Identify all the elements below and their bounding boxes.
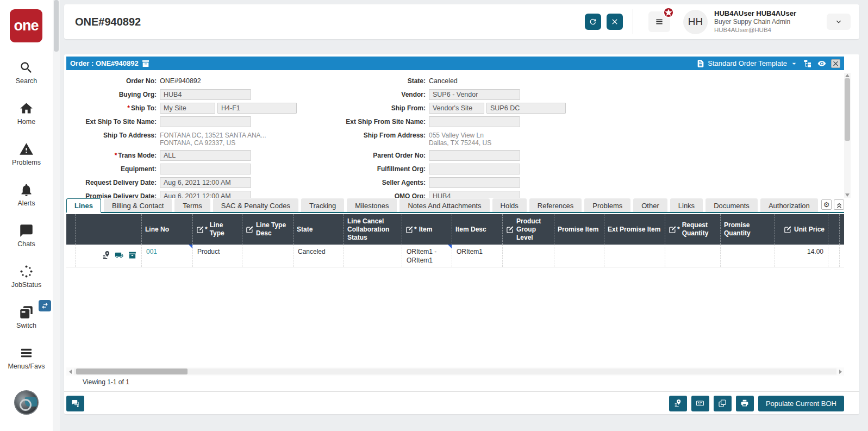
sidebar-item-alerts[interactable]: Alerts [0,174,53,215]
app-logo[interactable]: one [10,9,42,42]
refresh-button[interactable] [585,14,601,30]
switch-badge[interactable] [39,300,51,311]
field-input[interactable]: HUB4 [160,89,251,100]
field-input[interactable] [429,116,520,127]
field-input[interactable]: My Site [160,103,215,114]
tab-lines[interactable]: Lines [66,198,101,213]
copy-button[interactable] [714,396,732,411]
column-header-blank-1[interactable] [76,214,142,245]
tab-tracking[interactable]: Tracking [301,198,344,212]
column-label: State [297,226,313,234]
sidebar-item-home[interactable]: Home [0,93,53,134]
track-button[interactable] [669,396,687,411]
tab-links[interactable]: Links [670,198,703,212]
tab-notes-and-attachments[interactable]: Notes And Attachments [399,198,489,212]
hscroll-left-arrow[interactable] [66,367,74,376]
tab-other[interactable]: Other [633,198,667,212]
form-row-right-8: OMO Org:HUB4 [304,191,641,198]
note-flag [448,245,452,248]
column-header-line-type-desc[interactable]: Line Type Desc [242,214,294,245]
column-header-item-desc[interactable]: Item Desc [452,214,503,245]
card-icon [696,399,704,408]
field-input[interactable] [429,177,520,188]
user-menu-caret[interactable] [827,14,851,30]
sidebar-item-switch[interactable]: Switch [0,297,53,338]
field-input[interactable]: HUB4 [429,191,520,198]
column-header-line-cancel-collaboration-status[interactable]: Line Cancel Collaboration Status [344,214,402,245]
form-scrollbar-thumb[interactable] [845,78,850,141]
column-header-blank-15[interactable] [828,214,840,245]
form-scrollbar[interactable] [844,73,851,198]
field-input[interactable]: ALL [160,150,251,161]
card-view-button[interactable] [691,396,709,411]
tab-problems[interactable]: Problems [584,198,630,212]
field-input[interactable]: SUP6 DC [486,103,566,114]
line-no-link[interactable]: 001 [146,248,157,255]
hscroll-thumb[interactable] [76,368,188,374]
tab-references[interactable]: References [529,198,582,212]
close-page-button[interactable] [607,14,623,30]
field-input[interactable]: H4-F1 [217,103,297,114]
chat-button[interactable] [66,396,84,411]
sidebar-item-jobstatus[interactable]: JobStatus [0,256,53,297]
field-input[interactable]: Vendor's Site [429,103,484,114]
column-header-item[interactable]: *Item [402,214,452,245]
hscroll-right-arrow[interactable] [836,367,844,376]
column-header-unit-price[interactable]: Unit Price [775,214,828,245]
hscroll-track[interactable] [74,368,836,374]
collapse-button[interactable] [834,199,844,210]
tab-sac-penalty-codes[interactable]: SAC & Penalty Codes [213,198,298,212]
tab-documents[interactable]: Documents [705,198,758,212]
column-header-line-type[interactable]: *Line Type [193,214,242,245]
column-header-promise-item[interactable]: Promise Item [554,214,604,245]
column-header-ext-promise-item[interactable]: Ext Promise Item [604,214,665,245]
field-input[interactable] [429,150,520,161]
field-input[interactable] [160,116,251,127]
sidebar-item-menus[interactable]: Menus/Favs [0,338,53,378]
favorites-menu-button[interactable] [648,11,670,32]
tab-holds[interactable]: Holds [492,198,527,212]
print-button[interactable] [736,396,754,411]
column-header-state[interactable]: State [294,214,344,245]
field-input[interactable]: Aug 6, 2021 12:00 AM [160,177,251,188]
column-header-product-group-level[interactable]: Product Group Level [503,214,554,245]
column-header-request-quantity[interactable]: *Request Quantity [665,214,721,245]
populate-boh-button[interactable]: Populate Current BOH [758,396,844,411]
field-input[interactable] [160,164,251,174]
column-header-promise-quantity[interactable]: Promise Quantity [721,214,775,245]
field-input[interactable] [429,164,520,174]
tab-milestones[interactable]: Milestones [347,198,397,212]
field-input[interactable]: SUP6 - Vendor [429,89,520,100]
sidebar-item-chats[interactable]: Chats [0,215,53,256]
page-scrollbar[interactable] [53,0,60,431]
template-selector[interactable]: Standard Order Template [696,59,798,68]
sidebar-item-label: JobStatus [11,281,42,289]
sidebar-item-search[interactable]: Search [0,52,53,93]
sidebar-item-problems[interactable]: Problems [0,134,53,174]
tab-authorization[interactable]: Authorization [760,198,818,212]
field-label: Ship From Address: [304,130,429,139]
caret-down-icon [790,59,798,68]
column-header-blank-0[interactable] [66,214,76,245]
page-scrollbar-thumb[interactable] [54,0,59,52]
grid-hscrollbar[interactable] [66,367,844,376]
eye-icon [817,59,826,68]
archive-icon[interactable] [128,251,137,260]
column-label: Unit Price [794,226,825,234]
order-box-icon[interactable] [141,59,150,68]
user-avatar[interactable]: HH [683,10,708,34]
column-header-line-no[interactable]: Line No [142,214,193,245]
tab-terms[interactable]: Terms [174,198,210,212]
tab-billing-contact[interactable]: Billing & Contact [104,198,172,212]
truck-icon[interactable] [115,251,124,260]
visibility-button[interactable] [817,59,827,67]
panel-close-button[interactable] [831,59,840,68]
grid-settings-button[interactable]: ⚙ [821,199,832,210]
field-label: Vendor: [304,89,429,98]
location-icon[interactable] [102,251,111,260]
field-input[interactable]: Aug 6, 2021 12:00 AM [160,191,251,198]
assistant-orb-icon[interactable] [14,390,39,415]
user-name: HUB4AUser HUB4AUser [714,9,796,18]
hierarchy-button[interactable] [803,59,813,67]
edit-icon [246,226,254,234]
